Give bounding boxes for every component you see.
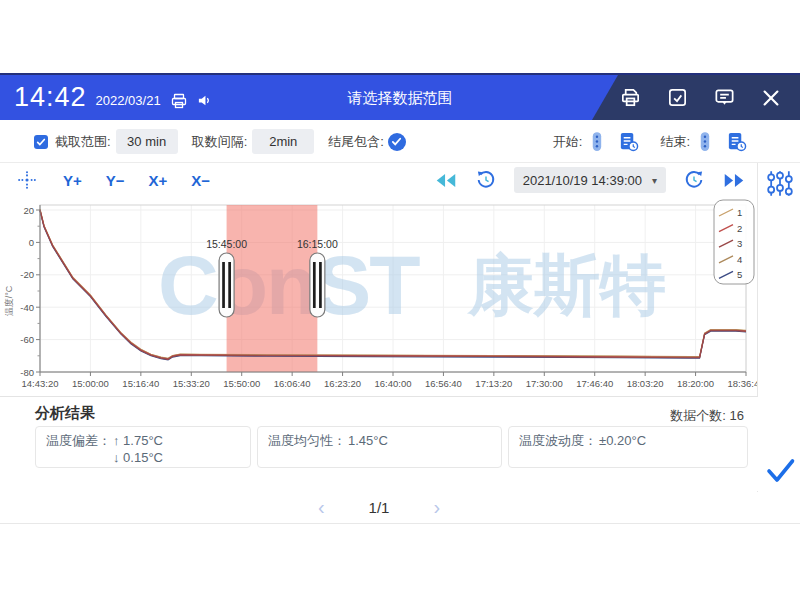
svg-text:康斯特: 康斯特	[466, 248, 666, 322]
right-rail	[757, 163, 800, 493]
start-handle-icon[interactable]	[589, 131, 604, 152]
clock-date: 2022/03/21	[96, 93, 161, 108]
x-tick-label: 15:16:40	[122, 378, 159, 389]
rewind-icon[interactable]	[434, 172, 458, 189]
end-handle-icon[interactable]	[697, 131, 712, 152]
x-tick-label: 15:33:20	[173, 378, 210, 389]
y-tick-label: -80	[20, 367, 34, 378]
y-minus-button[interactable]: Y−	[106, 172, 125, 189]
x-tick-label: 17:46:40	[576, 378, 613, 389]
next-page-button[interactable]: ›	[433, 497, 440, 517]
x-plus-button[interactable]: X+	[149, 172, 168, 189]
window-bottom-divider	[0, 523, 800, 524]
legend-item-label: 2	[737, 223, 742, 234]
legend-item-label: 4	[737, 254, 742, 265]
y-tick-label: -60	[20, 334, 34, 345]
chevron-down-icon: ▾	[652, 175, 657, 186]
history-forward-icon[interactable]	[683, 169, 705, 191]
titlebar: 14:42 2022/03/21 请选择数据范围	[0, 73, 800, 120]
interval-label: 取数间隔:	[192, 133, 248, 151]
analysis-heading: 分析结果	[35, 404, 95, 423]
x-tick-label: 16:40:00	[375, 378, 412, 389]
uniformity-label: 温度均匀性：	[268, 433, 346, 450]
temperature-chart: ConST康斯特14:43:2015:00:0015:16:4015:33:20…	[0, 196, 758, 396]
handle-time-label: 16:15:00	[297, 238, 338, 250]
printer-icon[interactable]	[171, 93, 187, 109]
export-print-icon[interactable]	[619, 86, 642, 109]
chart-toolbar-right: 2021/10/19 14:39:00 ▾	[434, 167, 746, 193]
y-tick-label: -40	[20, 302, 34, 313]
end-time-icon[interactable]	[726, 131, 747, 152]
analysis-boxes: 温度偏差： ↑ 1.75°C ↓ 0.15°C 温度均匀性： 1.45°C 温度…	[35, 426, 748, 468]
uniformity-value: 1.45°C	[348, 433, 491, 450]
legend-item-label: 5	[737, 269, 742, 280]
deviation-up-value: ↑ 1.75°C	[113, 433, 240, 450]
chart-legend: 12345	[714, 200, 754, 284]
clock-time: 14:42	[14, 82, 87, 113]
interval-value[interactable]: 2min	[252, 129, 314, 154]
analysis-section: 分析结果 数据个数: 16 温度偏差： ↑ 1.75°C ↓ 0.15°C 温度…	[0, 396, 758, 491]
task-check-icon[interactable]	[666, 86, 689, 109]
close-icon[interactable]	[760, 87, 782, 109]
speaker-icon[interactable]	[197, 93, 212, 108]
pagination: ‹ 1/1 ›	[0, 492, 758, 522]
y-tick-label: -20	[20, 269, 34, 280]
x-tick-label: 18:36:40	[728, 378, 758, 389]
y-plus-button[interactable]: Y+	[63, 172, 82, 189]
x-tick-label: 16:06:40	[274, 378, 311, 389]
deviation-label: 温度偏差：	[46, 433, 111, 450]
crop-range-value[interactable]: 30 min	[116, 129, 178, 154]
include-end-check-icon[interactable]	[388, 133, 406, 151]
uniformity-box: 温度均匀性： 1.45°C	[257, 426, 502, 468]
datetime-select[interactable]: 2021/10/19 14:39:00 ▾	[514, 167, 666, 193]
page-title: 请选择数据范围	[348, 88, 453, 107]
crop-range-checkbox[interactable]	[34, 135, 48, 149]
x-tick-label: 14:43:20	[22, 378, 59, 389]
x-minus-button[interactable]: X−	[191, 172, 210, 189]
deviation-down-value: ↓ 0.15°C	[113, 450, 240, 467]
x-tick-label: 15:50:00	[223, 378, 260, 389]
x-tick-label: 15:00:00	[72, 378, 109, 389]
prev-page-button[interactable]: ‹	[318, 497, 325, 517]
titlebar-left: 14:42 2022/03/21	[14, 75, 212, 120]
fluctuation-box: 温度波动度： ±0.20°C	[508, 426, 748, 468]
x-tick-label: 16:56:40	[425, 378, 462, 389]
crosshair-move-icon[interactable]	[15, 168, 39, 192]
x-tick-label: 18:03:20	[627, 378, 664, 389]
include-end-label: 结尾包含:	[328, 133, 384, 151]
y-tick-label: 0	[29, 237, 34, 248]
fluctuation-value: ±0.20°C	[599, 433, 737, 450]
x-tick-label: 17:30:00	[526, 378, 563, 389]
screen: 14:42 2022/03/21 请选择数据范围	[0, 0, 800, 600]
message-icon[interactable]	[713, 86, 736, 109]
datetime-value: 2021/10/19 14:39:00	[523, 173, 642, 188]
legend-item-label: 1	[737, 207, 742, 218]
channel-mixer-icon[interactable]	[765, 169, 795, 202]
start-time-icon[interactable]	[618, 131, 639, 152]
x-tick-label: 16:23:20	[324, 378, 361, 389]
start-label: 开始:	[553, 133, 583, 151]
y-axis-title: 温度/°C	[4, 285, 14, 316]
range-controls: 截取范围: 30 min 取数间隔: 2min 结尾包含: 开始: 结束:	[0, 121, 800, 163]
legend-item-label: 3	[737, 238, 742, 249]
deviation-box: 温度偏差： ↑ 1.75°C ↓ 0.15°C	[35, 426, 251, 468]
crop-range-label: 截取范围:	[55, 133, 111, 151]
handle-time-label: 15:45:00	[206, 238, 247, 250]
data-count: 数据个数: 16	[670, 407, 744, 425]
y-tick-label: 20	[23, 205, 34, 216]
page-indicator: 1/1	[369, 499, 390, 516]
end-label: 结束:	[660, 133, 690, 151]
titlebar-actions	[592, 75, 800, 120]
fluctuation-label: 温度波动度：	[519, 433, 597, 450]
confirm-button[interactable]	[762, 451, 798, 491]
x-tick-label: 18:20:00	[677, 378, 714, 389]
selection-band[interactable]	[227, 205, 318, 372]
chart-toolbar: Y+ Y− X+ X− 2021/10/19 14:39:00 ▾	[0, 164, 758, 196]
history-back-icon[interactable]	[475, 169, 497, 191]
fast-forward-icon[interactable]	[722, 172, 746, 189]
x-tick-label: 17:13:20	[475, 378, 512, 389]
